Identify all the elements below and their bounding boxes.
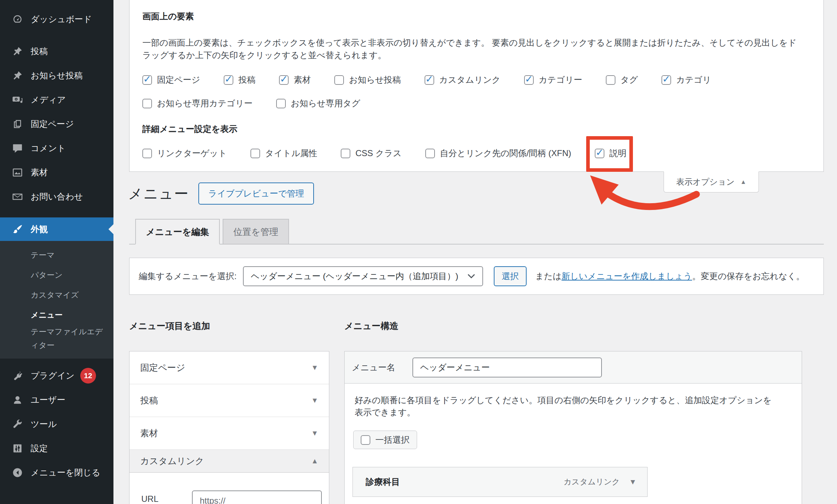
chevron-down-icon[interactable]: ▼ xyxy=(629,478,636,486)
menu-structure-heading: メニュー構造 xyxy=(344,320,399,332)
checkbox-unchecked-icon xyxy=(250,149,260,158)
live-preview-button[interactable]: ライブプレビューで管理 xyxy=(198,182,314,205)
sidebar-subitem-themes[interactable]: テーマ xyxy=(0,245,113,265)
checkbox-checked-icon xyxy=(595,149,604,158)
sidebar-separator xyxy=(0,31,113,39)
checkbox-link-target[interactable]: リンクターゲット xyxy=(142,148,227,159)
menu-structure-panel: メニュー名 好みの順番に各項目をドラッグしてください。項目の右側の矢印をクリック… xyxy=(344,351,802,504)
appearance-submenu: テーマ パターン カスタマイズ メニュー テーマファイルエディター xyxy=(0,241,113,359)
sidebar-item-label: 設定 xyxy=(31,443,48,454)
screen-options-panel: 画面上の要素 一部の画面上の要素は、チェックボックスを使って表示と非表示の切り替… xyxy=(129,0,824,172)
sidebar-item-label: お問い合わせ xyxy=(31,191,83,202)
checkbox-unchecked-icon xyxy=(142,99,152,108)
menu-name-input[interactable] xyxy=(412,358,602,377)
menu-structure-description: 好みの順番に各項目をドラッグしてください。項目の右側の矢印をクリックすると、追加… xyxy=(355,394,779,418)
checkbox-css-classes[interactable]: CSS クラス xyxy=(341,148,402,159)
sidebar-item-materials[interactable]: 素材 xyxy=(0,160,113,185)
collapse-menu-icon xyxy=(12,467,23,478)
accordion-section-posts[interactable]: 投稿 ▼ xyxy=(130,384,329,417)
sidebar-subitem-menus[interactable]: メニュー xyxy=(0,305,113,325)
sidebar-item-users[interactable]: ユーザー xyxy=(0,388,113,412)
checkbox-xfn[interactable]: 自分とリンク先の関係/間柄 (XFN) xyxy=(425,148,571,159)
checkbox-checked-icon xyxy=(279,75,289,85)
sidebar-item-announcement-posts[interactable]: お知らせ投稿 xyxy=(0,63,113,88)
checkbox-custom-links[interactable]: カスタムリンク xyxy=(425,74,501,86)
url-input[interactable] xyxy=(192,490,322,504)
sidebar-item-comments[interactable]: コメント xyxy=(0,136,113,160)
checkbox-categories[interactable]: カテゴリー xyxy=(524,74,582,86)
checkbox-tags[interactable]: タグ xyxy=(606,74,638,86)
sidebar-item-contact[interactable]: お問い合わせ xyxy=(0,185,113,209)
bulk-select-toggle[interactable]: 一括選択 xyxy=(353,431,417,449)
chevron-down-icon: ▼ xyxy=(311,429,318,437)
sidebar-item-label: ダッシュボード xyxy=(31,14,92,25)
sidebar-item-label: お知らせ投稿 xyxy=(31,70,83,81)
checkbox-pages[interactable]: 固定ページ xyxy=(142,74,200,86)
wordpress-admin-menus-page: ダッシュボード 投稿 お知らせ投稿 メディア xyxy=(0,0,837,504)
pushpin-icon xyxy=(12,70,23,81)
screen-elements-checkbox-group: 固定ページ 投稿 素材 お知らせ投稿 カスタムリンク xyxy=(142,74,802,109)
checkbox-unchecked-icon xyxy=(276,99,286,108)
sidebar-item-label: 素材 xyxy=(31,167,48,178)
dashboard-icon xyxy=(12,14,23,25)
nav-tabs: メニューを編集 位置を管理 xyxy=(129,218,824,245)
checkbox-category[interactable]: カテゴリ xyxy=(661,74,711,86)
checkbox-checked-icon xyxy=(661,75,671,85)
custom-link-form: URL xyxy=(130,473,329,504)
pushpin-icon xyxy=(12,46,23,57)
checkbox-materials[interactable]: 素材 xyxy=(279,74,311,86)
create-new-menu-link[interactable]: 新しいメニューを作成しましょう xyxy=(562,271,692,281)
sidebar-subitem-customize[interactable]: カスタマイズ xyxy=(0,285,113,305)
menu-structure-item[interactable]: 診療科目 カスタムリンク ▼ xyxy=(352,467,648,497)
checkbox-unchecked-icon xyxy=(142,149,152,158)
sidebar-item-plugins[interactable]: プラグイン 12 xyxy=(0,364,113,388)
sidebar-item-appearance[interactable]: 外観 xyxy=(0,217,113,241)
menu-item-title: 診療科目 xyxy=(366,476,400,488)
select-menu-button[interactable]: 選択 xyxy=(494,266,527,286)
menu-name-row: メニュー名 xyxy=(345,351,802,384)
sidebar-item-label: プラグイン xyxy=(31,370,75,381)
checkbox-posts[interactable]: 投稿 xyxy=(224,74,255,86)
menu-select-label: 編集するメニューを選択: xyxy=(139,271,237,282)
page-title: メニュー xyxy=(128,184,189,204)
checkbox-announcement-tags[interactable]: お知らせ専用タグ xyxy=(276,98,360,109)
sidebar-collapse-menu[interactable]: メニューを閉じる xyxy=(0,461,113,485)
create-menu-text: または新しいメニューを作成しましょう。変更の保存をお忘れなく。 xyxy=(535,271,805,282)
menu-structure-body: 好みの順番に各項目をドラッグしてください。項目の右側の矢印をクリックすると、追加… xyxy=(345,384,802,497)
sidebar-item-label: ツール xyxy=(31,418,57,430)
checkbox-title-attribute[interactable]: タイトル属性 xyxy=(250,148,317,159)
sidebar-item-posts[interactable]: 投稿 xyxy=(0,39,113,63)
checkbox-description[interactable]: 説明 xyxy=(595,148,627,159)
screen-options-description: 一部の画面上の要素は、チェックボックスを使って表示と非表示の切り替えができます。… xyxy=(142,36,802,61)
sidebar-item-media[interactable]: メディア xyxy=(0,88,113,112)
accordion-section-materials[interactable]: 素材 ▼ xyxy=(130,417,329,450)
sidebar-item-pages[interactable]: 固定ページ xyxy=(0,112,113,136)
add-menu-items-heading: メニュー項目を追加 xyxy=(129,320,210,332)
menu-select-dropdown[interactable]: ヘッダーメニュー (ヘッダーメニュー内（追加項目）) xyxy=(243,266,483,286)
screen-options-tab[interactable]: 表示オプション ▲ xyxy=(664,171,759,192)
url-label: URL xyxy=(141,494,158,504)
chevron-up-icon: ▲ xyxy=(740,179,746,186)
checkbox-announcement-categories[interactable]: お知らせ専用カテゴリー xyxy=(142,98,253,109)
sidebar-item-label: 外観 xyxy=(31,223,48,235)
checkbox-announcement-posts[interactable]: お知らせ投稿 xyxy=(334,74,401,86)
sidebar-item-label: メディア xyxy=(31,94,66,106)
settings-icon xyxy=(12,443,23,454)
comment-icon xyxy=(12,143,23,154)
accordion-section-custom-links[interactable]: カスタムリンク ▲ xyxy=(130,450,329,473)
sidebar-subitem-patterns[interactable]: パターン xyxy=(0,265,113,285)
sidebar-item-tools[interactable]: ツール xyxy=(0,412,113,436)
tab-manage-locations[interactable]: 位置を管理 xyxy=(223,219,289,245)
pages-icon xyxy=(12,119,23,129)
tab-edit-menus[interactable]: メニューを編集 xyxy=(135,219,220,245)
sidebar-item-dashboard[interactable]: ダッシュボード xyxy=(0,7,113,31)
advanced-menu-settings-heading: 詳細メニュー設定を表示 xyxy=(142,123,802,135)
sidebar-item-settings[interactable]: 設定 xyxy=(0,436,113,461)
sidebar-separator xyxy=(0,209,113,217)
accordion-section-pages[interactable]: 固定ページ ▼ xyxy=(130,351,329,384)
sidebar-subitem-theme-file-editor[interactable]: テーマファイルエディター xyxy=(0,325,113,352)
sidebar-item-label: 投稿 xyxy=(31,46,48,57)
chevron-down-icon: ▼ xyxy=(311,396,318,405)
brush-icon xyxy=(12,224,23,235)
mail-icon xyxy=(12,191,23,202)
